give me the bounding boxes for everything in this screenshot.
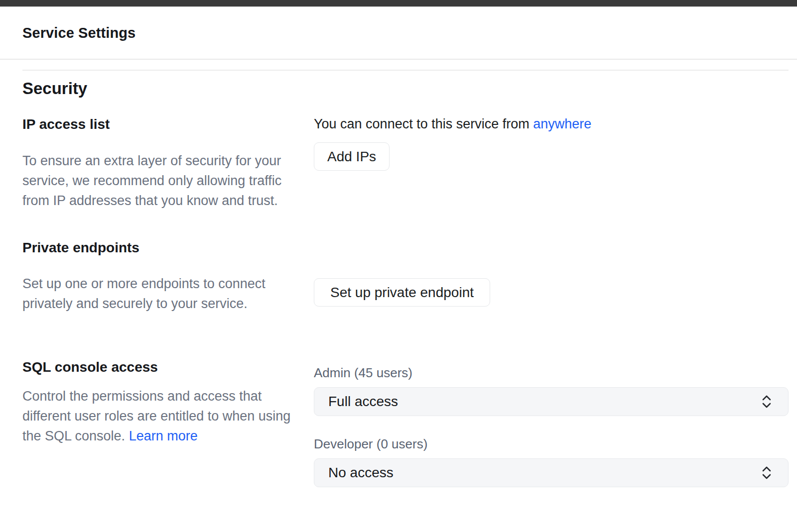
admin-role-label: Admin (45 users) — [314, 367, 789, 379]
ip-access-heading: IP access list — [22, 116, 314, 132]
sql-console-access-row: SQL console access Control the permissio… — [22, 359, 789, 487]
private-endpoints-left-column: Private endpoints Set up one or more end… — [22, 240, 314, 314]
up-down-chevron-icon — [761, 465, 772, 481]
ip-access-left-column: IP access list To ensure an extra layer … — [22, 116, 314, 211]
ip-access-status-text: You can connect to this service from — [314, 116, 530, 131]
ip-access-right-column: You can connect to this service from any… — [314, 116, 789, 211]
sql-console-heading: SQL console access — [22, 359, 314, 375]
page-title: Service Settings — [22, 25, 135, 41]
private-endpoints-heading: Private endpoints — [22, 240, 314, 256]
learn-more-link[interactable]: Learn more — [129, 428, 198, 443]
admin-access-select[interactable]: Full access — [314, 387, 789, 416]
sql-console-description: Control the permissions and access that … — [22, 386, 294, 446]
page-header: Service Settings — [0, 7, 797, 60]
sql-console-right-column: Admin (45 users) Full access Developer (… — [314, 359, 789, 487]
developer-access-select[interactable]: No access — [314, 458, 789, 487]
private-endpoints-right-column: Set up private endpoint — [314, 240, 789, 314]
ip-access-description: To ensure an extra layer of security for… — [22, 151, 294, 211]
developer-role-label: Developer (0 users) — [314, 438, 789, 450]
setup-private-endpoint-button[interactable]: Set up private endpoint — [314, 278, 490, 307]
add-ips-button[interactable]: Add IPs — [314, 142, 390, 171]
top-window-bar — [0, 0, 797, 7]
admin-access-selected-value: Full access — [328, 394, 398, 410]
security-section-title: Security — [22, 79, 789, 98]
section-divider — [22, 70, 789, 71]
ip-access-status: You can connect to this service from any… — [314, 116, 789, 131]
ip-access-list-row: IP access list To ensure an extra layer … — [22, 116, 789, 211]
private-endpoints-row: Private endpoints Set up one or more end… — [22, 240, 789, 314]
sql-console-left-column: SQL console access Control the permissio… — [22, 359, 314, 487]
private-endpoints-description: Set up one or more endpoints to connect … — [22, 274, 294, 314]
up-down-chevron-icon — [761, 394, 772, 410]
anywhere-link[interactable]: anywhere — [533, 116, 591, 131]
developer-access-selected-value: No access — [328, 465, 394, 481]
settings-content: Security IP access list To ensure an ext… — [22, 70, 789, 487]
